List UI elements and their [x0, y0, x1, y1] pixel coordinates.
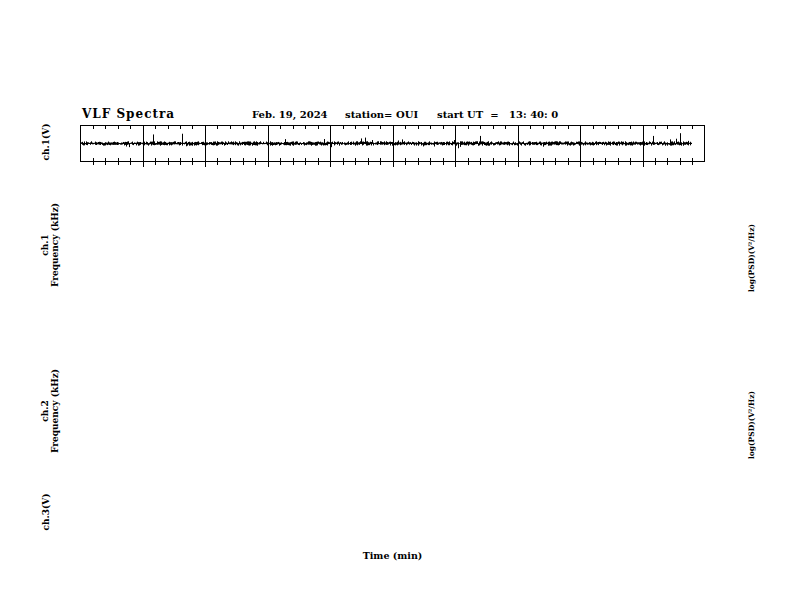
vlf-spectra-plot: VLF Spectra Feb. 19, 2024 station= OUI s…: [0, 0, 792, 612]
axis-label-line: Frequency (kHz): [50, 175, 60, 315]
ch1-voltage-axis-label: ch.1(V): [41, 112, 51, 172]
ch1-spectrogram: [80, 168, 705, 333]
axis-label-line: Frequency (kHz): [50, 341, 60, 481]
ch2-colorbar: [718, 365, 744, 485]
ch1-voltage-waveform: [80, 125, 705, 168]
ch3-voltage-trace: [80, 492, 705, 544]
ch2-frequency-axis-label: ch.2 Frequency (kHz): [40, 341, 60, 481]
axis-label-line: ch.1: [40, 175, 50, 315]
plot-date: Feb. 19, 2024: [252, 109, 328, 120]
ch1-colorbar: [718, 198, 744, 318]
time-axis-label: Time (min): [330, 550, 455, 561]
ch1-colorbar-label: log(PSD)(V²/Hz): [747, 213, 757, 303]
ch2-spectrogram: [80, 333, 705, 490]
plot-title: VLF Spectra: [82, 107, 175, 121]
ch2-colorbar-label: log(PSD)(V²/Hz): [747, 380, 757, 470]
ch3-voltage-axis-label: ch.3(V): [41, 482, 51, 542]
axis-label-line: ch.2: [40, 341, 50, 481]
plot-start-ut: start UT = 13: 40: 0: [437, 109, 558, 120]
plot-station: station= OUI: [345, 109, 418, 120]
ch1-frequency-axis-label: ch.1 Frequency (kHz): [40, 175, 60, 315]
